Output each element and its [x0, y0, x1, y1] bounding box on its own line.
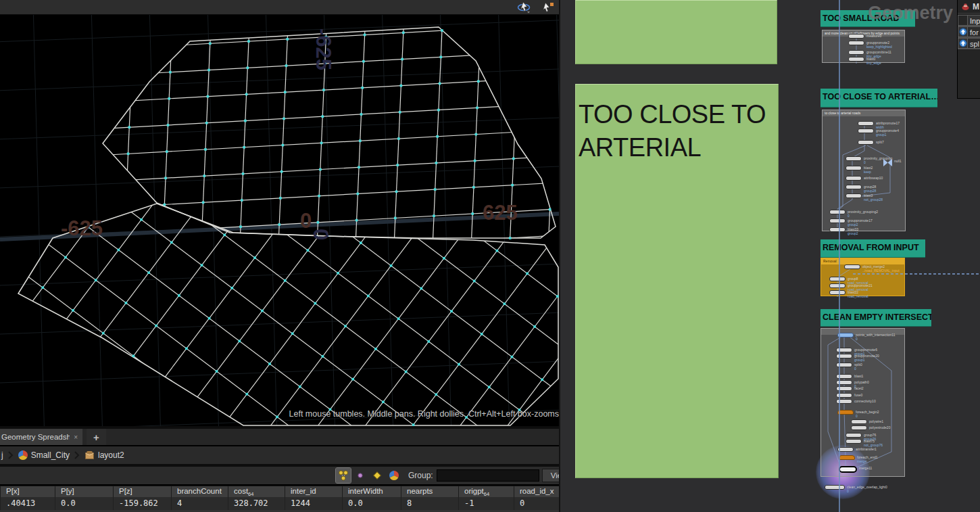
- node-label: split7: [876, 140, 884, 144]
- graph-node[interactable]: fuse0: [836, 393, 862, 398]
- network-box-title[interactable]: TOO SMALL ROAD: [820, 10, 915, 27]
- sticky-note[interactable]: TOO CLOSE TO ARTERIAL: [575, 84, 779, 478]
- breadcrumb-item-layout2[interactable]: layout2: [84, 450, 124, 460]
- box-icon: [84, 450, 95, 460]
- network-box[interactable]: Removalobject_merge2../road_REMOVAL_inpu…: [820, 258, 905, 296]
- prims-filter-button[interactable]: [370, 468, 385, 483]
- node-shape: [846, 439, 862, 444]
- points-filter-button[interactable]: [353, 468, 368, 483]
- column-header-interWidth[interactable]: interWidth: [342, 486, 401, 497]
- node-shape: [848, 57, 864, 62]
- graph-node[interactable]: foreach_end1merge: [839, 455, 878, 463]
- graph-node[interactable]: blast33group2: [829, 227, 858, 235]
- new-tab-button[interactable]: +: [82, 429, 106, 445]
- geo-pie-icon: [389, 471, 399, 480]
- group-input[interactable]: [437, 469, 539, 482]
- column-header-inter_id[interactable]: inter_id: [285, 486, 342, 497]
- panel-row[interactable]: spl: [958, 38, 980, 49]
- graph-node[interactable]: facet2: [836, 386, 864, 391]
- network-box-title[interactable]: CLEAN EMPTY INTERSECTION: [820, 309, 931, 327]
- node-label: foreach_end1merge: [857, 455, 878, 463]
- breadcrumb-root[interactable]: j: [1, 450, 3, 460]
- row-icon-cell[interactable]: [958, 26, 968, 37]
- houdini-window: -6250625-6250 Left mouse tumbles. Middle…: [0, 0, 980, 512]
- graph-node[interactable]: blast1: [836, 374, 863, 379]
- graph-node[interactable]: attribtransfer1: [837, 447, 877, 452]
- network-box[interactable]: to close to arterial roadsattribpromote1…: [822, 110, 906, 231]
- graph-node[interactable]: grouppromote2keep_highlighted: [848, 41, 892, 49]
- graph-node[interactable]: split7: [858, 140, 884, 145]
- table-cell: 8: [401, 497, 458, 510]
- node-shape: [848, 50, 864, 55]
- scene-viewport[interactable]: -6250625-6250 Left mouse tumbles. Middle…: [0, 15, 559, 426]
- network-box-title[interactable]: REMOVAL FROM INPUT: [820, 239, 925, 258]
- sticky-note[interactable]: [575, 0, 777, 64]
- node-label: fuse0: [854, 393, 862, 397]
- breadcrumb-separator: [8, 450, 14, 461]
- graph-node[interactable]: blast2keep: [846, 166, 873, 174]
- breadcrumb-item-small_city[interactable]: Small_City: [18, 450, 70, 460]
- graph-node[interactable]: blast0tiny_edge: [848, 57, 881, 65]
- graph-node[interactable]: object_merge2../road_REMOVAL_input: [844, 264, 900, 273]
- geo-pie-icon: [18, 450, 28, 460]
- node-sublabel: group1: [876, 133, 899, 137]
- column-header-Pz[interactable]: P[z]: [113, 486, 171, 497]
- network-editor-pane[interactable]: Geometry TOO CLOSE TO ARTERIALTOO SMALL …: [559, 0, 980, 512]
- column-header-Py[interactable]: P[y]: [55, 486, 113, 497]
- graph-node[interactable]: polyextrude20: [851, 425, 890, 430]
- graph-node[interactable]: blast75not_group76: [846, 439, 883, 447]
- up-arrow-icon: [959, 28, 967, 36]
- points-icon: [355, 470, 366, 481]
- node-shape: [829, 218, 846, 223]
- node-sublabel: 0: [856, 337, 896, 341]
- graph-node[interactable]: connectivity10: [836, 399, 876, 404]
- node-label: proximity_grouping20: [848, 210, 878, 218]
- graph-node[interactable]: blast3not_group28: [846, 193, 883, 202]
- tab-geometry-spreadsheet[interactable]: Geometry Spreadsheet ×: [0, 429, 82, 445]
- network-hex-filter-button[interactable]: [336, 468, 351, 483]
- chevron-right-icon: [8, 450, 14, 461]
- graph-node[interactable]: points_with_intersection110: [837, 333, 896, 341]
- column-header-origpt[interactable]: origpt64: [458, 486, 514, 497]
- node-shape: [848, 41, 864, 45]
- graph-node[interactable]: merge11: [839, 466, 872, 473]
- switch-node[interactable]: null1: [883, 159, 902, 166]
- graph-node[interactable]: split00: [836, 363, 862, 371]
- graph-node[interactable]: attribswap10: [846, 176, 883, 181]
- node-label: polyextrude20: [869, 425, 890, 429]
- node-label: blast3not_group28: [864, 193, 883, 202]
- column-header-Px[interactable]: P[x]: [0, 486, 55, 497]
- column-header-cost[interactable]: cost64: [228, 486, 285, 497]
- node-label: clean_edge_overlap_light00: [847, 485, 887, 493]
- network-box-title[interactable]: TOO CLOSE TO ARTERIAL…: [820, 89, 937, 108]
- view-button[interactable]: View: [542, 469, 559, 482]
- graph-node[interactable]: polywire1: [851, 419, 883, 424]
- graph-node[interactable]: blast22road_removal: [829, 290, 868, 298]
- select-tool-button[interactable]: [540, 1, 558, 14]
- network-box[interactable]: and more clean up of leftovers by edge a…: [822, 30, 905, 63]
- node-shape: [846, 156, 862, 161]
- graph-node[interactable]: group28group28: [846, 185, 876, 193]
- graph-node[interactable]: grouppromote4group1: [858, 129, 899, 137]
- network-box[interactable]: points_with_intersection110grouppromote6…: [820, 328, 905, 477]
- graph-node[interactable]: proximity_grouping20: [829, 210, 878, 218]
- node-shape: [844, 264, 860, 269]
- row-icon-cell[interactable]: [958, 38, 968, 49]
- node-label: polywire1: [869, 419, 883, 423]
- graph-node[interactable]: clean_edge_overlap_light00: [825, 485, 887, 493]
- node-shape: [837, 447, 854, 452]
- column-header-nearpts[interactable]: nearpts: [401, 486, 458, 497]
- graph-node[interactable]: foreach_begin20: [837, 410, 879, 418]
- graph-node[interactable]: grouppromote17group2: [829, 218, 873, 227]
- node-shape: [848, 34, 864, 39]
- node-sublabel: road_removal: [848, 294, 868, 298]
- panel-row[interactable]: for: [958, 26, 980, 38]
- column-header-branchCount[interactable]: branchCount: [171, 486, 228, 497]
- node-label: facet2: [854, 386, 864, 390]
- geo-pie-filter-button[interactable]: [387, 468, 401, 483]
- graph-node[interactable]: measure0: [848, 34, 881, 39]
- tab-close-icon[interactable]: ×: [74, 434, 78, 441]
- view-tumble-button[interactable]: [516, 1, 533, 14]
- graph-node[interactable]: grouppromote20group1: [836, 354, 879, 362]
- column-header-road_id_x[interactable]: road_id_x: [514, 486, 559, 497]
